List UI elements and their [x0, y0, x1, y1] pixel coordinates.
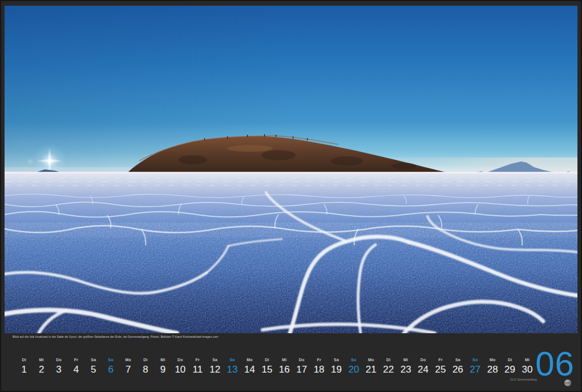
weekday-label: Mo: [362, 358, 379, 362]
photo-scene: [5, 6, 577, 333]
weekday-label: Do: [172, 358, 189, 362]
calendar-day: Mi 30: [519, 358, 536, 375]
date-number: 18: [310, 364, 328, 375]
date-number: 10: [172, 364, 189, 375]
date-number: 16: [276, 364, 293, 375]
calendar-day: Mo 14: [241, 358, 258, 375]
weekday-label: Fr: [189, 358, 206, 362]
date-number: 29: [501, 364, 518, 375]
month-number: 06: [535, 350, 575, 378]
calendar-day: Do 3: [50, 358, 67, 375]
calendar-day: Sa 26: [449, 358, 466, 375]
date-number: 13: [224, 364, 241, 375]
date-number: 24: [414, 364, 431, 375]
photo-caption: Blick auf die Isla Incahuasi in der Sala…: [13, 335, 219, 338]
date-number: 17: [293, 364, 310, 375]
calendar-day: Do 17: [293, 358, 310, 375]
weekday-label: So: [224, 358, 241, 362]
weekday-label: Sa: [85, 358, 102, 362]
weekday-label: Do: [293, 358, 310, 362]
calendar-day: Fr 11: [189, 358, 206, 375]
calendar-day: Mi 16: [276, 358, 293, 375]
weekday-label: So: [102, 358, 119, 362]
date-number: 6: [102, 364, 119, 375]
date-number: 14: [241, 364, 258, 375]
calendar-day: Mo 7: [119, 358, 136, 375]
date-number: 28: [484, 364, 501, 375]
date-number: 20: [345, 364, 362, 375]
weekday-label: Sa: [449, 358, 466, 362]
solstice-note: 21.6. Sommeranfang: [510, 378, 537, 381]
date-number: 4: [67, 364, 84, 375]
date-number: 5: [85, 364, 102, 375]
weekday-label: Mo: [484, 358, 501, 362]
date-number: 27: [467, 364, 484, 375]
calendar-day: Di 8: [137, 358, 154, 375]
calendar-day: Do 24: [414, 358, 431, 375]
date-number: 25: [432, 364, 449, 375]
weekday-label: So: [467, 358, 484, 362]
weekday-label: Di: [380, 358, 397, 362]
weekday-label: Mi: [33, 358, 50, 362]
calendar-day: Mi 2: [33, 358, 50, 375]
date-number: 12: [206, 364, 223, 375]
weekday-label: Di: [137, 358, 154, 362]
salt-flat: [5, 172, 577, 333]
weekday-label: Sa: [206, 358, 223, 362]
date-number: 3: [50, 364, 67, 375]
calendar-day: Do 10: [172, 358, 189, 375]
calendar-page: Blick auf die Isla Incahuasi in der Sala…: [0, 0, 582, 392]
weekday-label: Mi: [519, 358, 536, 362]
weekday-label: Mo: [241, 358, 258, 362]
calendar-day: Sa 19: [328, 358, 345, 375]
calendar-day: Di 22: [380, 358, 397, 375]
calendar-day: Sa 5: [85, 358, 102, 375]
weekday-label: Fr: [310, 358, 328, 362]
weekday-label: So: [345, 358, 362, 362]
weekday-label: Do: [50, 358, 67, 362]
weekday-label: Fr: [67, 358, 84, 362]
calendar-day: So 20: [345, 358, 362, 375]
calendar-row: Di 1 Mi 2 Do 3 Fr 4 Sa 5 So 6 Mo 7 Di 8 …: [15, 358, 536, 375]
date-number: 11: [189, 364, 206, 375]
landscape-photo: [5, 6, 577, 333]
weekday-label: Sa: [328, 358, 345, 362]
weekday-label: Di: [501, 358, 518, 362]
date-number: 26: [449, 364, 466, 375]
calendar-day: Di 1: [15, 358, 33, 375]
date-number: 21: [362, 364, 379, 375]
date-number: 23: [397, 364, 414, 375]
calendar-day: So 6: [102, 358, 119, 375]
weekday-label: Mo: [119, 358, 136, 362]
weekday-label: Mi: [276, 358, 293, 362]
calendar-day: Fr 18: [310, 358, 328, 375]
calendar-day: Di 29: [501, 358, 518, 375]
date-number: 15: [258, 364, 276, 375]
calendar-day: Mi 9: [154, 358, 171, 375]
date-number: 22: [380, 364, 397, 375]
calendar-day: Fr 25: [432, 358, 449, 375]
calendar-day: Mo 21: [362, 358, 379, 375]
publisher-logo: [564, 379, 571, 386]
weekday-label: Fr: [432, 358, 449, 362]
weekday-label: Do: [414, 358, 431, 362]
date-number: 8: [137, 364, 154, 375]
calendar-day: So 13: [224, 358, 241, 375]
date-number: 2: [33, 364, 50, 375]
calendar-day: So 27: [467, 358, 484, 375]
date-number: 7: [119, 364, 136, 375]
calendar-day: Di 15: [258, 358, 276, 375]
weekday-label: Mi: [154, 358, 171, 362]
calendar-day: Fr 4: [67, 358, 84, 375]
calendar-day: Sa 12: [206, 358, 223, 375]
calendar-day: Mo 28: [484, 358, 501, 375]
calendar-day: Mi 23: [397, 358, 414, 375]
date-number: 9: [154, 364, 171, 375]
date-number: 30: [519, 364, 536, 375]
weekday-label: Di: [258, 358, 276, 362]
date-number: 1: [15, 364, 33, 375]
weekday-label: Di: [15, 358, 33, 362]
weekday-label: Mi: [397, 358, 414, 362]
date-number: 19: [328, 364, 345, 375]
